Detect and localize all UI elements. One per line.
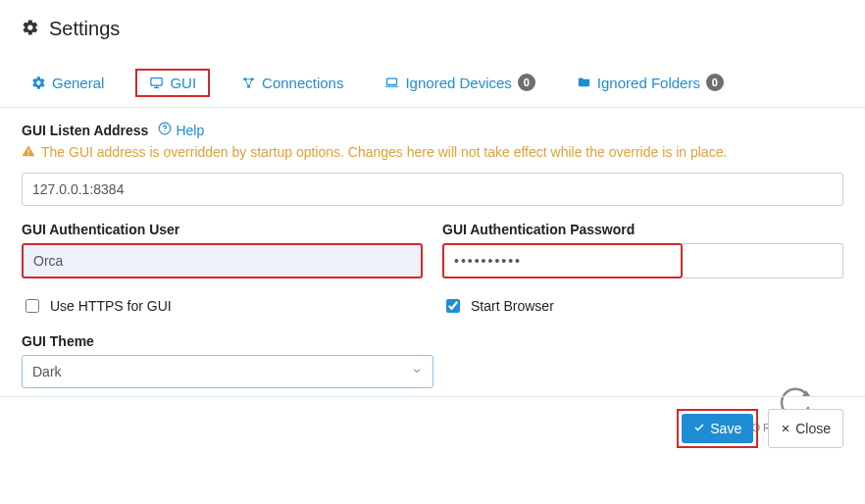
tab-label: Connections xyxy=(262,75,343,91)
tab-label: GUI xyxy=(170,75,196,91)
tab-label: General xyxy=(52,75,104,91)
auth-pass-label: GUI Authentication Password xyxy=(442,222,843,237)
tab-gui[interactable]: GUI xyxy=(135,69,210,97)
svg-point-5 xyxy=(247,84,250,87)
count-badge: 0 xyxy=(706,74,724,91)
count-badge: 0 xyxy=(518,74,535,91)
save-label: Save xyxy=(710,421,741,436)
gear-icon xyxy=(31,76,46,90)
tab-label: Ignored Devices xyxy=(405,75,511,91)
use-https-checkbox[interactable]: Use HTTPS for GUI xyxy=(22,296,423,316)
warning-icon xyxy=(22,144,35,161)
modal-footer: Save Close xyxy=(0,396,865,460)
chevron-down-icon xyxy=(411,364,423,379)
question-icon xyxy=(158,122,172,138)
help-text: Help xyxy=(176,123,204,138)
warning-text: The GUI address is overridden by startup… xyxy=(41,144,727,160)
pass-extra-box xyxy=(683,243,843,278)
auth-pass-input[interactable] xyxy=(442,243,683,278)
check-icon xyxy=(693,421,705,436)
folder-icon xyxy=(577,76,591,90)
auth-user-label: GUI Authentication User xyxy=(22,222,423,237)
network-icon xyxy=(241,76,256,90)
save-button[interactable]: Save xyxy=(682,414,753,443)
start-browser-label: Start Browser xyxy=(471,298,554,314)
tabs: General GUI Connections Ignored Devices … xyxy=(0,54,865,108)
use-https-label: Use HTTPS for GUI xyxy=(50,298,172,314)
use-https-input[interactable] xyxy=(25,299,39,313)
theme-select[interactable]: Dark xyxy=(22,355,433,388)
close-button[interactable]: Close xyxy=(768,409,843,448)
close-label: Close xyxy=(795,421,831,436)
close-icon xyxy=(781,421,790,436)
tab-ignored-devices[interactable]: Ignored Devices 0 xyxy=(375,68,544,97)
svg-point-4 xyxy=(251,77,254,80)
page-title: Settings xyxy=(49,18,120,40)
tab-connections[interactable]: Connections xyxy=(231,69,353,97)
svg-rect-0 xyxy=(151,77,162,85)
svg-rect-10 xyxy=(27,154,28,155)
tab-ignored-folders[interactable]: Ignored Folders 0 xyxy=(567,68,734,97)
svg-rect-9 xyxy=(27,149,28,153)
modal-header: Settings xyxy=(0,0,865,54)
tab-label: Ignored Folders xyxy=(597,75,700,91)
listen-address-input[interactable] xyxy=(22,173,843,206)
theme-label: GUI Theme xyxy=(22,333,843,349)
save-highlight: Save xyxy=(677,409,758,448)
laptop-icon xyxy=(384,76,399,90)
warning-message: The GUI address is overridden by startup… xyxy=(22,144,843,161)
listen-address-label: GUI Listen Address xyxy=(22,123,148,138)
svg-rect-6 xyxy=(387,78,397,84)
start-browser-input[interactable] xyxy=(446,299,460,313)
gear-icon xyxy=(22,19,39,39)
theme-value: Dark xyxy=(32,364,62,379)
start-browser-checkbox[interactable]: Start Browser xyxy=(442,296,843,316)
help-link[interactable]: Help xyxy=(158,122,204,138)
svg-point-3 xyxy=(243,77,246,80)
monitor-icon xyxy=(149,76,164,90)
tab-general[interactable]: General xyxy=(22,69,114,97)
svg-point-8 xyxy=(165,130,166,131)
auth-user-input[interactable] xyxy=(22,243,423,278)
